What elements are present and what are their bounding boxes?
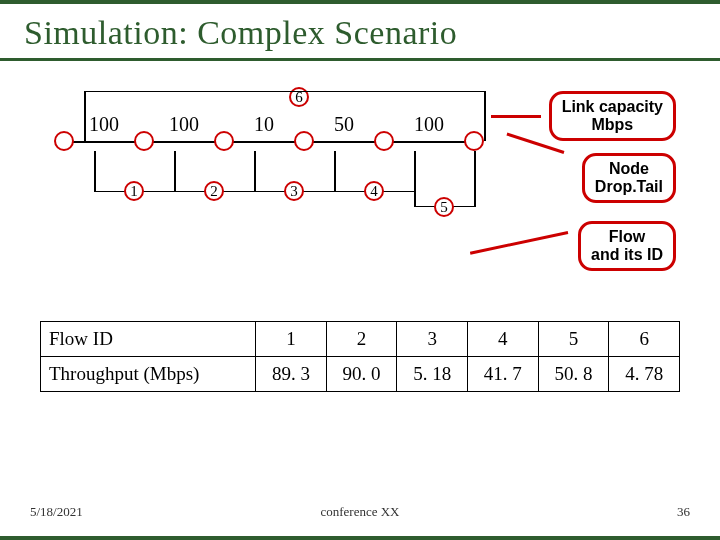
- callout-link-arrow: [491, 115, 541, 118]
- flow1-drop: [94, 151, 96, 191]
- node-3: [294, 131, 314, 151]
- topology-diagram: 100 100 10 50 100 6 1 2 3 4 5 Link capac…: [24, 91, 696, 291]
- flow2-drop: [174, 151, 176, 191]
- val-5: 50. 8: [538, 357, 609, 392]
- flow5-drop-b: [474, 151, 476, 207]
- hdr-6: 6: [609, 322, 680, 357]
- flow5-drop-c: [414, 191, 416, 207]
- hdr-3: 3: [397, 322, 468, 357]
- hdr-2: 2: [326, 322, 397, 357]
- val-2: 90. 0: [326, 357, 397, 392]
- link-cap-3: 50: [334, 113, 354, 136]
- flow6-drop-left: [84, 91, 86, 141]
- node-5: [464, 131, 484, 151]
- node-4: [374, 131, 394, 151]
- node-2: [214, 131, 234, 151]
- link-line: [64, 141, 474, 143]
- flow6-drop-right: [484, 91, 486, 141]
- callout-flow: Flow and its ID: [578, 221, 676, 271]
- hdr-4: 4: [468, 322, 539, 357]
- link-cap-2: 10: [254, 113, 274, 136]
- flow-id-1: 1: [124, 181, 144, 201]
- link-cap-1: 100: [169, 113, 199, 136]
- footer-conference: conference XX: [320, 504, 399, 520]
- flow6-span: [84, 91, 484, 92]
- callout-link-capacity: Link capacity Mbps: [549, 91, 676, 141]
- hdr-5: 5: [538, 322, 609, 357]
- callout-flow-arrow: [470, 231, 568, 255]
- row-label: Throughput (Mbps): [41, 357, 256, 392]
- hdr-flowid: Flow ID: [41, 322, 256, 357]
- callout-node: Node Drop.Tail: [582, 153, 676, 203]
- table-row: Throughput (Mbps) 89. 3 90. 0 5. 18 41. …: [41, 357, 680, 392]
- flow-id-2: 2: [204, 181, 224, 201]
- page-title: Simulation: Complex Scenario: [24, 14, 696, 52]
- table-header-row: Flow ID 1 2 3 4 5 6: [41, 322, 680, 357]
- val-4: 41. 7: [468, 357, 539, 392]
- flow-id-4: 4: [364, 181, 384, 201]
- flow-id-6: 6: [289, 87, 309, 107]
- link-cap-0: 100: [89, 113, 119, 136]
- node-1: [134, 131, 154, 151]
- flow5-drop-a: [414, 151, 416, 191]
- footer-date: 5/18/2021: [30, 504, 83, 520]
- flow-id-5: 5: [434, 197, 454, 217]
- flow3-drop: [254, 151, 256, 191]
- throughput-table: Flow ID 1 2 3 4 5 6 Throughput (Mbps) 89…: [40, 321, 680, 392]
- flow4-drop: [334, 151, 336, 191]
- footer-page: 36: [677, 504, 690, 520]
- hdr-1: 1: [256, 322, 327, 357]
- link-cap-4: 100: [414, 113, 444, 136]
- flow-id-3: 3: [284, 181, 304, 201]
- val-1: 89. 3: [256, 357, 327, 392]
- val-3: 5. 18: [397, 357, 468, 392]
- val-6: 4. 78: [609, 357, 680, 392]
- node-0: [54, 131, 74, 151]
